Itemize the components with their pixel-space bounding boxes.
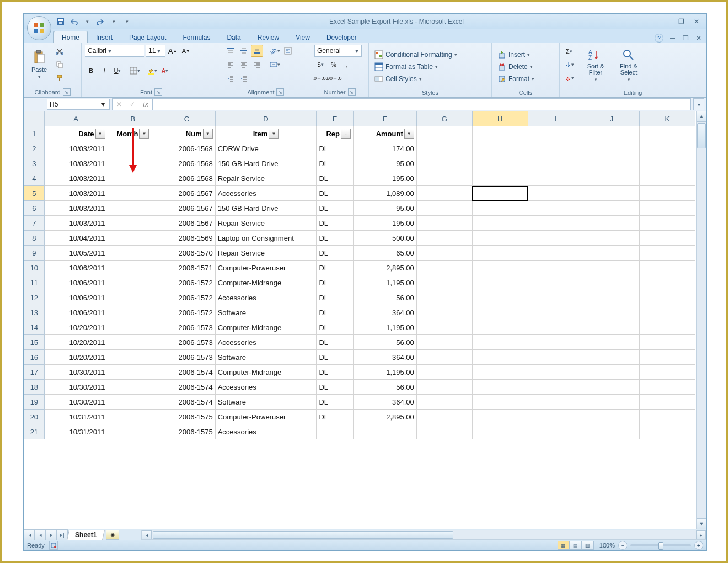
row-header-8[interactable]: 8 [24,231,45,246]
cell-styles-button[interactable]: Cell Styles ▾ [372,73,424,84]
cell-E21[interactable] [317,424,354,439]
view-normal-button[interactable]: ▦ [558,541,570,550]
cell-I18[interactable] [528,380,584,395]
cell-G18[interactable] [416,380,472,395]
cell-B8[interactable] [108,231,158,246]
cell-H21[interactable] [472,424,528,439]
cell-A10[interactable]: 10/06/2011 [44,261,108,275]
cell-B15[interactable] [108,335,158,350]
tab-nav-last[interactable]: ▸| [57,529,68,540]
cell-I14[interactable] [528,320,584,335]
cell-C2[interactable]: 2006-1568 [158,141,215,156]
cell-D4[interactable]: Repair Service [215,171,317,186]
align-center-button[interactable] [238,59,250,71]
row-header-16[interactable]: 16 [24,350,45,365]
merge-center-button[interactable]: ▾ [269,59,281,71]
qat-customize[interactable]: ▾ [121,16,133,27]
cell-A9[interactable]: 10/05/2011 [44,246,108,261]
cell-F8[interactable]: 500.00 [353,231,416,246]
cell-J19[interactable] [584,395,639,410]
bold-button[interactable]: B [85,65,97,77]
cell-H10[interactable] [472,261,528,275]
cell-E15[interactable]: DL [317,335,354,350]
tab-data[interactable]: Data [218,31,249,43]
delete-cells-button[interactable]: Delete ▾ [495,61,535,72]
row-header-19[interactable]: 19 [24,395,45,410]
cell-H4[interactable] [472,171,528,186]
filter-button-F[interactable]: ▼ [404,129,414,139]
cell-H18[interactable] [472,380,528,395]
cell-J12[interactable] [584,290,639,305]
cell-B3[interactable] [108,156,158,171]
increase-indent-button[interactable] [238,72,250,84]
cell-B16[interactable] [108,350,158,365]
col-header-E[interactable]: E [317,111,354,126]
cell-F20[interactable]: 2,895.00 [353,410,416,424]
cell-E11[interactable]: DL [317,275,354,290]
cell-C9[interactable]: 2006-1570 [158,246,215,261]
accounting-button[interactable]: $▾ [314,59,326,71]
cell-J14[interactable] [584,320,639,335]
cell-A14[interactable]: 10/20/2011 [44,320,108,335]
cell-E19[interactable]: DL [317,395,354,410]
cell-K3[interactable] [639,156,695,171]
cell-B9[interactable] [108,246,158,261]
cell-K2[interactable] [639,141,695,156]
row-header-4[interactable]: 4 [24,171,45,186]
cell-K7[interactable] [639,216,695,231]
cell-A5[interactable]: 10/03/2011 [44,186,108,201]
conditional-formatting-button[interactable]: Conditional Formatting ▾ [372,49,459,60]
cell-F16[interactable]: 364.00 [353,350,416,365]
cell-D18[interactable]: Accessories [215,380,317,395]
cell-E7[interactable]: DL [317,216,354,231]
col-header-J[interactable]: J [584,111,639,126]
alignment-launcher[interactable]: ↘ [276,88,284,96]
percent-button[interactable]: % [328,59,340,71]
cell-K19[interactable] [639,395,695,410]
col-header-D[interactable]: D [215,111,317,126]
cell-I11[interactable] [528,275,584,290]
cell-B17[interactable] [108,365,158,380]
enter-button[interactable]: ✓ [126,100,139,108]
cell-J2[interactable] [584,141,639,156]
scroll-down-button[interactable]: ▼ [697,518,706,529]
view-pagebreak-button[interactable]: ▥ [582,541,594,550]
cell-G1[interactable] [416,126,472,141]
paste-button[interactable]: Paste ▾ [27,45,51,84]
zoom-out-button[interactable]: − [618,541,627,550]
zoom-level[interactable]: 100% [599,542,615,549]
cell-G12[interactable] [416,290,472,305]
close-button[interactable]: ✕ [691,17,702,26]
cell-B18[interactable] [108,380,158,395]
cell-D8[interactable]: Laptop on Consignment [215,231,317,246]
cell-F12[interactable]: 56.00 [353,290,416,305]
tab-insert[interactable]: Insert [88,31,121,43]
cell-E12[interactable]: DL [317,290,354,305]
filter-button-A[interactable]: ▼ [95,129,105,139]
cell-E20[interactable]: DL [317,410,354,424]
cell-C7[interactable]: 2006-1567 [158,216,215,231]
cell-D14[interactable]: Computer-Midrange [215,320,317,335]
cell-K11[interactable] [639,275,695,290]
filter-button-C[interactable]: ▼ [203,129,213,139]
row-header-2[interactable]: 2 [24,141,45,156]
cell-J8[interactable] [584,231,639,246]
wrap-text-button[interactable] [282,45,294,57]
cell-K21[interactable] [639,424,695,439]
cell-K20[interactable] [639,410,695,424]
cell-G11[interactable] [416,275,472,290]
decrease-indent-button[interactable] [224,72,237,84]
undo-dropdown[interactable]: ▾ [81,16,93,27]
row-header-10[interactable]: 10 [24,261,45,275]
cell-K10[interactable] [639,261,695,275]
row-header-12[interactable]: 12 [24,290,45,305]
cell-E17[interactable]: DL [317,365,354,380]
cell-D3[interactable]: 150 GB Hard Drive [215,156,317,171]
cell-C12[interactable]: 2006-1572 [158,290,215,305]
cell-B10[interactable] [108,261,158,275]
horizontal-scrollbar[interactable]: ◂ ▸ [141,530,706,540]
format-painter-button[interactable] [53,72,66,84]
cell-D12[interactable]: Accessories [215,290,317,305]
cell-A8[interactable]: 10/04/2011 [44,231,108,246]
cell-C6[interactable]: 2006-1567 [158,201,215,216]
